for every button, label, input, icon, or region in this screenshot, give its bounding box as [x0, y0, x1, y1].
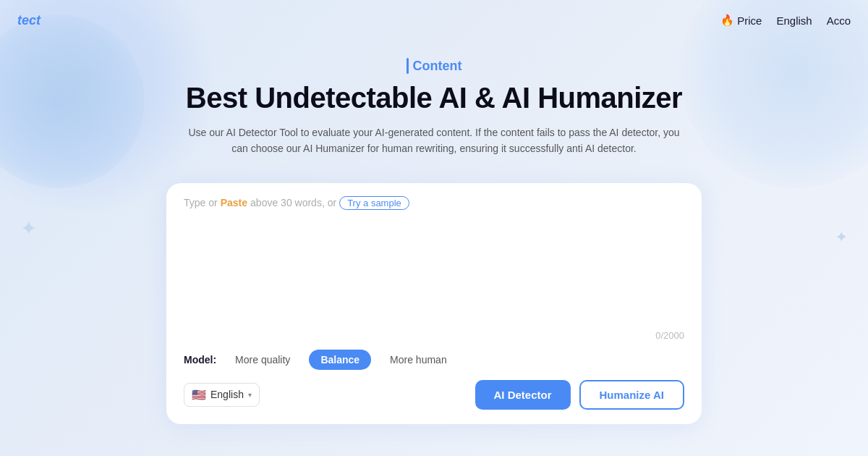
star-icon-left: ✦ [20, 216, 37, 240]
textarea-hint-row: Type or Paste above 30 words, or Try a s… [184, 196, 684, 210]
model-selector-row: Model: More quality Balance More human [184, 350, 684, 370]
hero-section: Content Best Undetectable AI & AI Humani… [0, 41, 868, 183]
language-selector[interactable]: 🇺🇸 English ▾ [184, 383, 260, 407]
hint-middle: above 30 words, or [250, 197, 336, 208]
language-text: English [210, 389, 244, 400]
model-balance-button[interactable]: Balance [309, 350, 371, 370]
main-card: Type or Paste above 30 words, or Try a s… [166, 183, 702, 424]
ai-detector-button[interactable]: AI Detector [475, 380, 571, 410]
humanize-ai-button[interactable]: Humanize AI [579, 380, 684, 410]
hero-title: Best Undetectable AI & AI Humanizer [14, 81, 854, 114]
char-count: 0/2000 [184, 330, 684, 341]
star-icon-right: ✦ [835, 228, 848, 247]
model-human-button[interactable]: More human [378, 350, 459, 370]
paste-button[interactable]: Paste [221, 197, 247, 208]
language-nav-item[interactable]: English [776, 14, 812, 27]
model-label: Model: [184, 354, 216, 366]
hint-type: Type or [184, 197, 218, 208]
account-nav-item[interactable]: Acco [827, 14, 851, 27]
hero-subtitle-row: Content [14, 58, 854, 74]
chevron-down-icon: ▾ [248, 391, 252, 399]
logo: tect [17, 13, 41, 28]
price-label: Price [737, 14, 762, 27]
price-nav-item[interactable]: 🔥 Price [720, 14, 762, 27]
content-textarea[interactable] [184, 216, 684, 324]
flag-icon: 🇺🇸 [192, 388, 206, 402]
nav-right: 🔥 Price English Acco [720, 14, 851, 27]
navbar: tect 🔥 Price English Acco [0, 0, 868, 41]
fire-icon: 🔥 [720, 14, 734, 27]
model-quality-button[interactable]: More quality [224, 350, 302, 370]
hero-description: Use our AI Detector Tool to evaluate you… [188, 124, 680, 157]
subtitle-bar [407, 58, 409, 74]
action-buttons: AI Detector Humanize AI [475, 380, 685, 410]
bottom-row: 🇺🇸 English ▾ AI Detector Humanize AI [184, 380, 684, 410]
sample-button[interactable]: Try a sample [339, 196, 409, 210]
hero-subtitle-text: Content [413, 59, 462, 74]
